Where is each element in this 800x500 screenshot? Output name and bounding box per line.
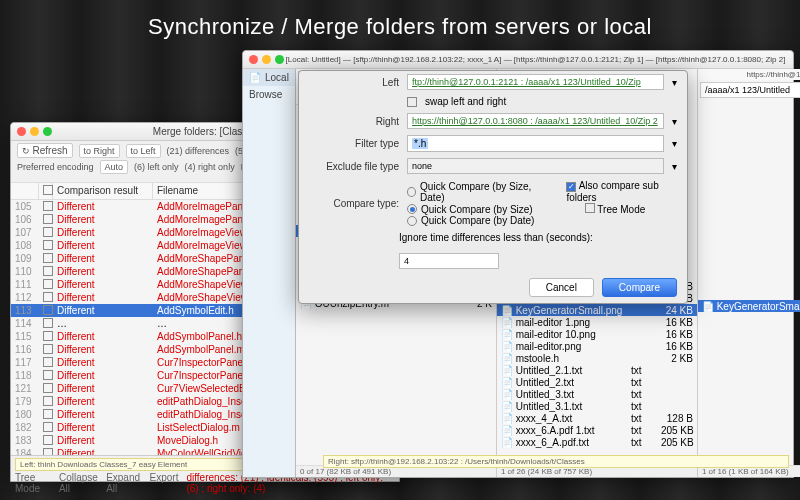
dropdown-icon[interactable]: ▾ <box>672 77 677 88</box>
compare-radio-1[interactable] <box>407 187 416 197</box>
collapse-button[interactable]: Collapse All <box>59 472 98 494</box>
zoom-icon[interactable] <box>275 55 284 64</box>
left-only-count: (6) left only <box>134 162 179 172</box>
ignore-label: Ignore time differences less than (secon… <box>399 232 593 243</box>
list-item[interactable]: 📄 mstoole.h2 KB <box>497 352 697 364</box>
file-pane-3: https://thinh@127.0.0.1:2121 /aaaa/x1 12… <box>698 69 800 477</box>
compare-radio-2[interactable] <box>407 204 417 214</box>
list-item[interactable]: 📄 mail-editor 10.png16 KB <box>497 328 697 340</box>
cancel-button[interactable]: Cancel <box>529 278 594 297</box>
list-item[interactable]: 📄 xxxx_6_A.pdf.txttxt205 KB <box>497 436 697 448</box>
ignore-seconds-input[interactable] <box>399 253 499 269</box>
left-label: Left <box>309 77 399 88</box>
file-list[interactable]: 📄 KeyGeneratorSmall.png <box>698 300 800 465</box>
list-item[interactable]: 📄 KeyGeneratorSmall.png24 KB <box>497 304 697 316</box>
close-icon[interactable] <box>249 55 258 64</box>
dropdown-icon[interactable]: ▾ <box>672 161 677 172</box>
left-url-input[interactable]: ftp://thinh@127.0.0.1:2121 : /aaaa/x1 12… <box>407 74 664 90</box>
checkbox-col[interactable] <box>39 183 53 199</box>
compare-type-label: Compare type: <box>309 198 399 209</box>
list-item[interactable]: 📄 Untitled_3.txttxt <box>497 388 697 400</box>
compare-button[interactable]: Compare <box>602 278 677 297</box>
sub-folders-checkbox[interactable] <box>566 182 576 192</box>
zoom-icon[interactable] <box>43 127 52 136</box>
file-list[interactable]: 📄 KeyGeneratorSmall 2.png24 KB📄 KeyGener… <box>497 280 697 465</box>
list-item[interactable]: 📄 Untitled_2.1.txttxt <box>497 364 697 376</box>
sidebar-local[interactable]: 📄 Local <box>243 69 295 86</box>
compare-dialog: Left ftp://thinh@127.0.0.1:2121 : /aaaa/… <box>298 70 688 304</box>
dropdown-icon[interactable]: ▾ <box>672 116 677 127</box>
list-item[interactable]: 📄 Untitled_2.txttxt <box>497 376 697 388</box>
exclude-label: Exclude file type <box>309 161 399 172</box>
filter-input[interactable]: *.h <box>407 135 664 152</box>
list-item[interactable]: 📄 KeyGeneratorSmall.png <box>698 300 800 312</box>
comparison-col[interactable]: Comparison result <box>53 183 153 199</box>
encoding-select[interactable]: Auto <box>100 160 129 174</box>
close-icon[interactable] <box>17 127 26 136</box>
expand-button[interactable]: Expand All <box>106 472 141 494</box>
differences-count: (21) differences <box>167 146 229 156</box>
tree-mode-checkbox[interactable] <box>585 203 595 213</box>
right-label: Right <box>309 116 399 127</box>
to-right-button[interactable]: to Right <box>79 144 120 158</box>
list-item[interactable]: 📄 mail-editor.png16 KB <box>497 340 697 352</box>
exclude-select[interactable]: none <box>407 158 664 174</box>
list-item[interactable]: 📄 Untitled_3.1.txttxt <box>497 400 697 412</box>
sidebar: 📄 Local Browse <box>243 69 296 477</box>
compare-radio-3[interactable] <box>407 216 417 226</box>
list-item[interactable]: 📄 xxxx_6.A.pdf 1.txttxt205 KB <box>497 424 697 436</box>
swap-checkbox[interactable] <box>407 97 417 107</box>
minimize-icon[interactable] <box>30 127 39 136</box>
to-left-button[interactable]: to Left <box>126 144 161 158</box>
export-button[interactable]: Export <box>150 472 179 494</box>
list-item[interactable]: 📄 mail-editor 1.png16 KB <box>497 316 697 328</box>
pane-title: https://thinh@127.0.0.1:2121 <box>698 69 800 80</box>
right-path[interactable]: Right: sftp://thinh@192.168.2.103:22 : /… <box>323 455 789 468</box>
dropdown-icon[interactable]: ▾ <box>672 138 677 149</box>
right-only-count: (4) right only <box>185 162 235 172</box>
path-input[interactable]: /aaaa/x1 123/Untitled <box>700 82 800 98</box>
window-title: [Local: Untitled] — [sftp://thinh@192.16… <box>284 55 787 64</box>
encoding-label: Preferred encoding <box>17 162 94 172</box>
refresh-button[interactable]: ↻ Refresh <box>17 143 73 158</box>
minimize-icon[interactable] <box>262 55 271 64</box>
titlebar[interactable]: [Local: Untitled] — [sftp://thinh@192.16… <box>243 51 793 69</box>
swap-label: swap left and right <box>425 96 506 107</box>
sidebar-browse[interactable]: Browse <box>243 86 295 103</box>
tree-mode-toggle[interactable]: Tree Mode <box>15 472 51 494</box>
page-heading: Synchronize / Merge folders from servers… <box>0 0 800 54</box>
filter-label: Filter type <box>309 138 399 149</box>
list-item[interactable]: 📄 xxxx_4_A.txttxt128 B <box>497 412 697 424</box>
right-url-input[interactable]: https://thinh@127.0.0.1:8080 : /aaaa/x1 … <box>407 113 664 129</box>
